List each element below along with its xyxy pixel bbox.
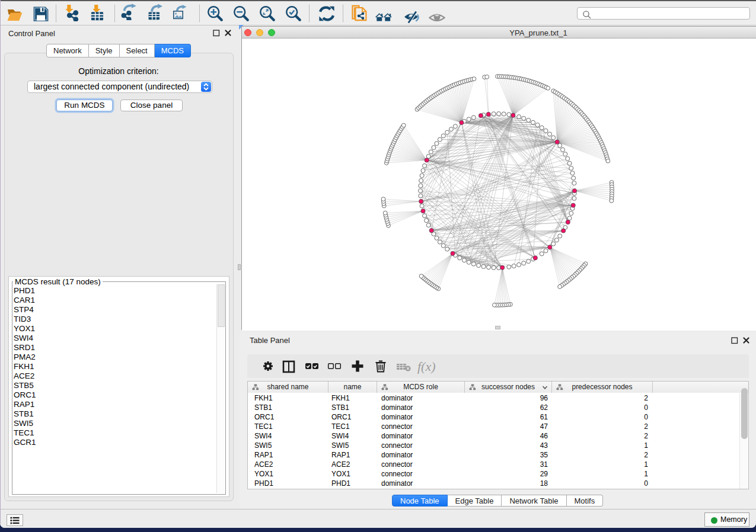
- svg-text:f(x): f(x): [417, 359, 436, 374]
